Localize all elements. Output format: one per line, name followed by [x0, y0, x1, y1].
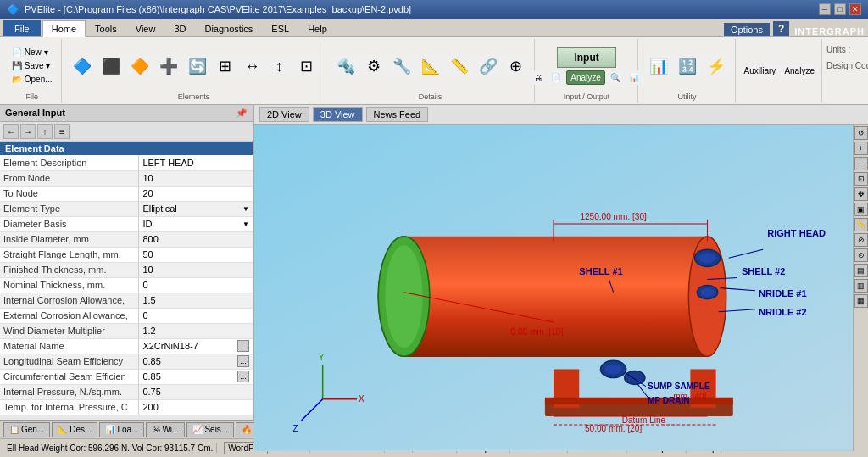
field-value[interactable]: 1.5 — [139, 293, 253, 308]
tab-tools[interactable]: Tools — [86, 20, 126, 36]
bottom-tab-loa[interactable]: 📊 Loa... — [99, 422, 144, 437]
table-row: To Node20 — [0, 186, 253, 201]
field-value[interactable]: 50 — [139, 247, 253, 262]
tool-measure[interactable]: 📏 — [854, 218, 868, 231]
detail-btn-4[interactable]: 📐 — [417, 56, 444, 76]
new-button[interactable]: 📄 New ▾ — [8, 46, 56, 59]
element-btn-2[interactable]: ⬛ — [97, 56, 125, 76]
tab-2d-view[interactable]: 2D View — [259, 107, 309, 122]
field-value[interactable]: ID▼ — [139, 216, 253, 231]
tab-news-feed[interactable]: News Feed — [366, 107, 429, 122]
tab-home[interactable]: Home — [42, 20, 86, 37]
element-data-header: Element Data — [0, 142, 253, 155]
loa-icon: 📊 — [105, 425, 115, 434]
tab-3d[interactable]: 3D — [164, 20, 195, 36]
nav-back[interactable]: ← — [3, 124, 19, 139]
field-value[interactable]: 10 — [139, 170, 253, 186]
options-button[interactable]: Options — [724, 23, 770, 36]
bottom-tab-seis[interactable]: 📈 Seis... — [186, 422, 234, 437]
field-value[interactable]: Elliptical▼ — [139, 201, 253, 216]
analyze-main-button[interactable]: Analyze — [781, 64, 818, 77]
left-panel: General Input 📌 ← → ↑ ≡ Element Data Ele… — [0, 105, 254, 420]
element-btn-3[interactable]: 🔶 — [126, 56, 153, 76]
tool-iso[interactable]: ⊙ — [854, 248, 868, 262]
tab-3d-view[interactable]: 3D View — [313, 107, 363, 122]
tool-pan[interactable]: ✥ — [854, 187, 868, 201]
tool-rotate[interactable]: ↺ — [854, 126, 868, 140]
table-row: Wind Diameter Multiplier1.2 — [0, 323, 253, 338]
field-value[interactable]: 0.85... — [139, 354, 253, 369]
element-btn-4[interactable]: ➕ — [155, 56, 182, 76]
detail-btn-2[interactable]: ⚙ — [361, 56, 387, 76]
table-row: Circumferential Seam Efficien0.85... — [0, 369, 253, 384]
field-value[interactable]: 20 — [139, 186, 253, 201]
tab-view[interactable]: View — [126, 20, 165, 36]
field-value[interactable]: 0 — [139, 308, 253, 323]
search-button[interactable]: 🔍 — [607, 70, 624, 85]
tab-help[interactable]: Help — [298, 20, 337, 36]
minimize-button[interactable]: ─ — [819, 3, 831, 15]
field-value[interactable]: 10 — [139, 262, 253, 277]
util-btn-1[interactable]: 📊 — [645, 56, 672, 76]
open-button[interactable]: 📂 Open... — [8, 73, 56, 86]
element-btn-1[interactable]: 🔷 — [69, 56, 96, 76]
auxiliary-button[interactable]: Auxiliary — [741, 64, 780, 77]
app-title: PVElite - [C:\Program Files (x86)\Interg… — [25, 4, 411, 14]
detail-btn-1[interactable]: 🔩 — [332, 56, 359, 76]
analyze-button[interactable]: Analyze — [566, 70, 605, 85]
bottom-tab-gen[interactable]: 📋 Gen... — [3, 422, 50, 437]
table-row: Finished Thickness, mm.10 — [0, 262, 253, 277]
tool-zoom-in[interactable]: + — [854, 142, 868, 155]
element-btn-6[interactable]: ⊞ — [213, 56, 238, 76]
detail-btn-7[interactable]: ⊕ — [504, 56, 529, 76]
input-button[interactable]: Input — [557, 47, 616, 68]
detail-btn-5[interactable]: 📏 — [446, 56, 473, 76]
close-button[interactable]: ✕ — [849, 3, 861, 15]
element-btn-7[interactable]: ↔ — [240, 56, 265, 76]
print-button[interactable]: 🖨 — [531, 70, 546, 85]
table-row: Temp. for Internal Pressure, C200 — [0, 399, 253, 415]
element-btn-9[interactable]: ⊡ — [294, 56, 320, 76]
tool-front[interactable]: ▤ — [854, 264, 868, 277]
element-btn-5[interactable]: 🔄 — [184, 56, 211, 76]
tab-esl[interactable]: ESL — [262, 20, 298, 36]
bottom-tab-des[interactable]: 📐 Des... — [52, 422, 97, 437]
field-value[interactable]: LEFT HEAD — [139, 155, 253, 170]
nav-forward[interactable]: → — [20, 124, 36, 139]
tool-select[interactable]: ▣ — [854, 203, 868, 216]
svg-point-18 — [605, 364, 622, 374]
svg-text:NRIDLE #2: NRIDLE #2 — [759, 307, 807, 317]
field-value[interactable]: 0 — [139, 277, 253, 293]
save-button[interactable]: 💾 Save ▾ — [8, 59, 56, 72]
ribbon-group-elements: 🔷 ⬛ 🔶 ➕ 🔄 ⊞ ↔ ↕ ⊡ Elements — [64, 39, 326, 103]
tool-section[interactable]: ⊘ — [854, 233, 868, 247]
tab-diagnostics[interactable]: Diagnostics — [195, 20, 262, 36]
view-toolbar: 2D View 3D View News Feed — [254, 105, 868, 125]
field-value[interactable]: 1.2 — [139, 323, 253, 338]
detail-btn-6[interactable]: 🔗 — [475, 56, 502, 76]
nav-list[interactable]: ≡ — [54, 124, 70, 139]
view-output-button[interactable]: 📄 — [548, 70, 565, 85]
tab-file[interactable]: File — [3, 20, 41, 36]
util-btn-3[interactable]: ⚡ — [703, 56, 730, 76]
vessel-svg: 1250.00 mm. [30] 0.00 mm. [10] 50.00 mm.… — [254, 125, 853, 451]
nav-up[interactable]: ↑ — [37, 124, 53, 139]
data-table-scroll[interactable]: Element DescriptionLEFT HEADFrom Node10T… — [0, 155, 253, 420]
tool-fit[interactable]: ⊡ — [854, 172, 868, 186]
detail-btn-3[interactable]: 🔧 — [388, 56, 415, 76]
maximize-button[interactable]: □ — [834, 3, 846, 15]
tool-zoom-out[interactable]: - — [854, 157, 868, 170]
bottom-tab-wi[interactable]: 🌬 Wi... — [146, 422, 185, 437]
field-value[interactable]: 200 — [139, 399, 253, 415]
field-value[interactable]: X2CrNiN18-7... — [139, 338, 253, 354]
element-btn-8[interactable]: ↕ — [267, 56, 292, 76]
field-value[interactable]: 0.85... — [139, 369, 253, 384]
field-value[interactable]: 0.75 — [139, 384, 253, 399]
util-btn-2[interactable]: 🔢 — [674, 56, 701, 76]
tool-top[interactable]: ▦ — [854, 294, 868, 308]
svg-text:50.00 mm.  [20]: 50.00 mm. [20] — [585, 424, 642, 433]
help-icon-button[interactable]: ? — [773, 21, 789, 36]
field-value[interactable]: 800 — [139, 231, 253, 247]
tool-side[interactable]: ▥ — [854, 279, 868, 293]
3d-view-area[interactable]: 1250.00 mm. [30] 0.00 mm. [10] 50.00 mm.… — [254, 125, 853, 451]
